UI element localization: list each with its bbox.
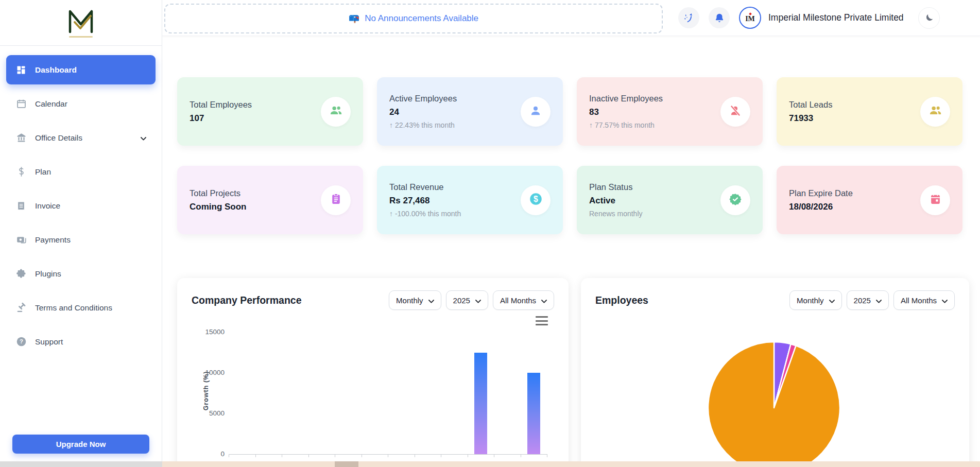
stat-card-subtext: ↑ 22.43% this month [389,121,457,129]
x-axis-tick [362,454,362,457]
x-axis-tick [468,454,468,457]
company-performance-card: Company Performance Monthly2025All Month… [177,278,569,467]
top-header: 📪 No Announcements Available [162,0,980,36]
stat-card-title: Plan Expire Date [789,188,853,198]
stat-card-value: Active [589,196,643,206]
pie-slice-2 [708,342,840,467]
x-axis-tick [441,454,441,457]
stat-card-title: Total Revenue [389,182,461,192]
stat-icon-circle [920,185,950,215]
sidebar-item-plan[interactable]: Plan [6,157,156,186]
bar-chart: Growth (%) 050001000015000 [177,310,569,467]
stat-card-value: 71933 [789,113,832,124]
performance-filter-monthly[interactable]: Monthly [389,290,441,310]
dashboard-app: DashboardCalendarOffice DetailsPlanInvoi… [0,0,980,467]
stat-card-title: Total Projects [190,188,246,198]
x-axis-tick [547,454,547,457]
bell-icon [714,12,725,24]
sparkle-arrow-icon [683,12,695,24]
employees-filters: Monthly2025All Months [789,290,955,310]
x-axis-tick [388,454,388,457]
sidebar-item-label: Calendar [35,99,67,109]
sidebar-item-label: Plan [35,167,51,177]
stats-grid: Total Employees107Active Employees24↑ 22… [177,77,963,234]
dollar-icon [15,166,27,178]
calendar-icon [15,98,27,110]
invoice-icon [15,200,27,212]
sidebar-nav: DashboardCalendarOffice DetailsPlanInvoi… [0,46,162,435]
company-name[interactable]: Imperial Milestone Private Limited [768,12,904,23]
plugins-icon [15,268,27,280]
chevron-down-icon [829,296,835,305]
stat-icon-circle: $ [521,185,551,215]
chart-menu-icon[interactable] [536,316,548,325]
stat-card-value: Rs 27,468 [389,196,461,206]
stat-card-inactive-employees: Inactive Employees83↑ 77.57% this month [577,77,763,146]
stat-card-title: Total Employees [190,100,252,110]
sidebar-item-label: Support [35,337,63,347]
chevron-down-icon [428,296,434,305]
performance-filter-2025[interactable]: 2025 [446,290,488,310]
employees-filter-2025[interactable]: 2025 [847,290,889,310]
sidebar-item-terms-and-conditions[interactable]: Terms and Conditions [6,293,156,322]
svg-text:$: $ [534,195,538,203]
dollar-circle-icon: $ [529,192,543,208]
sidebar-item-invoice[interactable]: Invoice [6,191,156,220]
sidebar-item-label: Invoice [35,201,60,211]
badge-check-icon [729,193,742,208]
app-logo[interactable] [0,0,162,46]
announcement-text: No Announcements Available [365,13,478,24]
sidebar-item-label: Terms and Conditions [35,303,112,313]
employees-filter-all-months[interactable]: All Months [893,290,955,310]
sidebar-item-payments[interactable]: Payments [6,225,156,254]
bar-ytick-label: 15000 [201,328,225,336]
company-performance-title: Company Performance [192,295,301,306]
upgrade-now-button[interactable]: Upgrade Now [12,435,149,454]
performance-filter-all-months[interactable]: All Months [493,290,554,310]
stat-icon-circle [720,185,750,215]
payments-icon [15,234,27,246]
x-axis-tick [229,454,229,457]
stat-icon-circle [521,97,551,127]
gavel-icon [15,302,27,314]
stat-card-subtext: ↑ 77.57% this month [589,121,663,129]
avatar-monogram: IM [745,15,755,23]
company-avatar[interactable]: IM [739,7,761,29]
x-axis-tick [415,454,415,457]
filter-value: All Months [500,296,536,305]
stat-icon-circle [920,97,950,127]
employees-filter-monthly[interactable]: Monthly [789,290,842,310]
stat-card-title: Total Leads [789,100,832,110]
people-icon [329,103,343,119]
help-icon: ? [15,336,27,348]
stat-card-value: 18/08/2026 [789,202,853,212]
dark-mode-toggle[interactable] [918,7,940,29]
moon-icon [923,12,935,24]
stat-card-total-employees: Total Employees107 [177,77,363,146]
main-content: Total Employees107Active Employees24↑ 22… [162,36,980,467]
person-slash-icon [729,104,742,119]
sidebar: DashboardCalendarOffice DetailsPlanInvoi… [0,0,162,467]
stat-card-value: 107 [190,113,252,124]
chevron-down-icon [475,296,481,305]
sidebar-item-calendar[interactable]: Calendar [6,89,156,118]
filter-value: 2025 [453,296,470,305]
sidebar-item-plugins[interactable]: Plugins [6,259,156,288]
stat-card-total-leads: Total Leads71933 [777,77,962,146]
notifications-button[interactable] [709,7,730,28]
x-axis-tick [494,454,494,457]
ai-assistant-button[interactable] [678,7,699,28]
calendar-solid-icon [929,193,942,207]
sidebar-item-office-details[interactable]: Office Details [6,123,156,152]
stat-card-value: 83 [589,107,663,117]
x-axis-tick [521,454,521,457]
sidebar-item-support[interactable]: ?Support [6,327,156,356]
stat-card-active-employees: Active Employees24↑ 22.43% this month [377,77,563,146]
filter-value: 2025 [854,296,871,305]
sidebar-item-dashboard[interactable]: Dashboard [6,55,156,84]
bar-oct [474,353,487,455]
x-axis-tick [255,454,256,457]
announcement-banner[interactable]: 📪 No Announcements Available [164,4,663,33]
x-axis-tick [308,454,309,457]
stat-card-plan-expire-date: Plan Expire Date18/08/2026 [777,166,962,234]
